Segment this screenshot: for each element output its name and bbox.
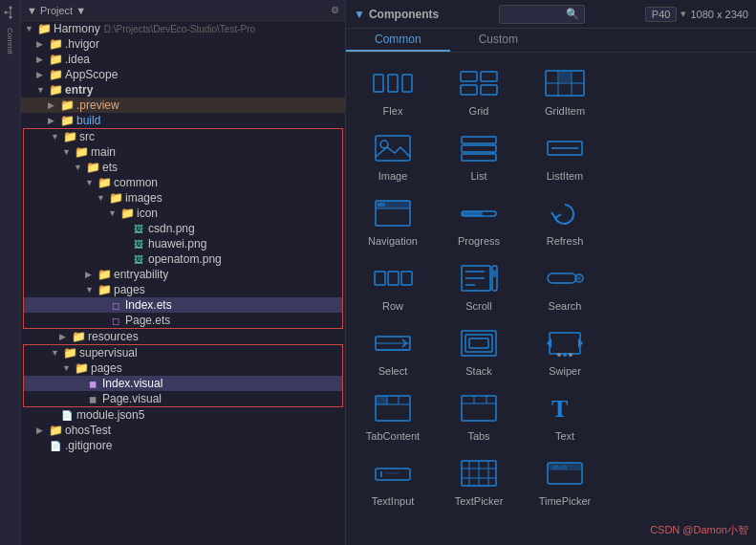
comp-item-tabcontent[interactable]: TabContent [350, 383, 436, 448]
svg-point-49 [557, 353, 561, 357]
tree-item-indexets[interactable]: ▶ ◻ Index.ets [24, 297, 342, 313]
comp-item-progress[interactable]: Progress [436, 188, 522, 253]
row-icon [372, 260, 414, 296]
scroll-icon [458, 260, 500, 296]
tree-label-preview: .preview [75, 98, 119, 112]
tree-item-harmony[interactable]: ▼ 📁 Harmony D:\Projects\DevEco-Studio\Te… [21, 21, 345, 36]
arrow-ets: ▼ [74, 163, 85, 172]
svg-rect-35 [493, 270, 496, 277]
comp-item-select[interactable]: Select [350, 318, 436, 383]
comp-item-timepicker[interactable]: 00:00 TimePicker [522, 448, 608, 513]
svg-text:00:00: 00:00 [552, 465, 568, 470]
svg-rect-39 [548, 273, 576, 283]
components-panel: ▼ Components 🔍 P40 ▾ 1080 x 2340 Common … [346, 0, 756, 545]
comp-item-textpicker[interactable]: TextPicker [436, 448, 522, 513]
tree-item-appscope[interactable]: ▶ 📁 AppScope [21, 67, 345, 82]
comp-item-image[interactable]: Image [350, 123, 436, 188]
tree-item-svpages[interactable]: ▼ 📁 pages [24, 360, 342, 376]
tree-item-openatom[interactable]: ▶ 🖼 openatom.png [24, 251, 342, 267]
tree-item-main[interactable]: ▼ 📁 main [24, 144, 342, 160]
tree-label-svpages: pages [89, 361, 122, 375]
svg-rect-48 [550, 333, 580, 354]
tabs-icon [458, 390, 500, 426]
tree-item-src[interactable]: ▼ 📁 src [24, 129, 342, 144]
tree-item-gitignore[interactable]: ▶ 📄 .gitignore [21, 438, 345, 453]
tree-item-hvigor[interactable]: ▶ 📁 .hvigor [21, 36, 345, 52]
tab-custom[interactable]: Custom [450, 29, 547, 52]
svg-rect-20 [462, 145, 496, 152]
tree-item-icon-folder[interactable]: ▼ 📁 icon [24, 206, 342, 221]
tree-item-pages[interactable]: ▼ 📁 pages [24, 282, 342, 297]
arrow-resources: ▶ [59, 332, 71, 341]
tree-item-modulejson5[interactable]: ▶ 📄 module.json5 [21, 407, 345, 423]
text-label: Text [555, 430, 574, 442]
comp-item-search[interactable]: Search [522, 253, 608, 318]
comp-item-text[interactable]: T Text [522, 383, 608, 448]
device-dropdown-label[interactable]: P40 [645, 7, 678, 22]
svg-rect-31 [388, 272, 399, 285]
tree-label-pageets: Page.ets [123, 314, 170, 327]
tree-item-entry[interactable]: ▼ 📁 entry [21, 82, 345, 98]
tree-item-idea[interactable]: ▶ 📁 .idea [21, 52, 345, 67]
comp-item-grid[interactable]: Grid [436, 58, 522, 123]
tree-item-huawei[interactable]: ▶ 🖼 huawei.png [24, 236, 342, 251]
tree-item-csdn[interactable]: ▶ 🖼 csdn.png [24, 221, 342, 236]
scroll-label: Scroll [465, 300, 492, 312]
comp-item-navigation[interactable]: Navigation [350, 188, 436, 253]
folder-resources-icon: 📁 [71, 330, 86, 343]
svg-rect-56 [376, 396, 387, 404]
folder-idea-icon: 📁 [48, 53, 63, 66]
comp-item-stack[interactable]: Stack [436, 318, 522, 383]
device-dropdown-arrow: ▾ [680, 8, 686, 20]
comp-item-griditem[interactable]: GridItem [522, 58, 608, 123]
comp-item-swiper[interactable]: Swiper [522, 318, 608, 383]
tree-item-indexvisual[interactable]: ▶ ◼ Index.visual [24, 376, 342, 391]
image-icon [372, 130, 414, 166]
tree-label-src: src [77, 130, 95, 143]
tree-label-main: main [89, 145, 116, 159]
comp-search-box[interactable]: 🔍 [499, 5, 585, 24]
tree-item-pagevisual[interactable]: ▶ ◼ Page.visual [24, 391, 342, 406]
folder-src-icon: 📁 [62, 130, 77, 143]
tree-item-ohostest[interactable]: ▶ 📁 ohosTest [21, 423, 345, 438]
comp-item-scroll[interactable]: Scroll [436, 253, 522, 318]
red-box-ets: ▼ 📁 src ▼ 📁 main ▼ 📁 ets ▼ 📁 common [23, 128, 343, 329]
flex-label: Flex [383, 105, 403, 117]
comp-item-row[interactable]: Row [350, 253, 436, 318]
tree-item-entryability[interactable]: ▶ 📁 entryability [24, 267, 342, 282]
folder-hvigor-icon: 📁 [48, 37, 63, 51]
arrow-supervisual: ▼ [51, 348, 62, 358]
comp-item-flex[interactable]: Flex [350, 58, 436, 123]
tree-item-build[interactable]: ▶ 📁 build [21, 113, 345, 128]
tree-label-pagevisual: Page.visual [100, 392, 162, 405]
grid-label: Grid [469, 105, 489, 117]
tab-common[interactable]: Common [346, 29, 450, 52]
svg-rect-7 [402, 75, 412, 92]
swiper-label: Swiper [549, 365, 581, 377]
tree-label-openatom: openatom.png [146, 252, 222, 266]
svg-rect-10 [461, 85, 477, 95]
visual-pagevisual-icon: ◼ [85, 392, 100, 405]
svg-point-41 [577, 276, 581, 280]
tree-item-preview[interactable]: ▶ 📁 .preview [21, 98, 345, 113]
svg-rect-32 [401, 272, 412, 285]
comp-item-refresh[interactable]: Refresh [522, 188, 608, 253]
swiper-icon [544, 325, 586, 361]
folder-build-icon: 📁 [59, 114, 75, 127]
commit-icon[interactable]: Commit [2, 33, 19, 50]
git-icon[interactable] [2, 4, 19, 21]
visual-indexvisual-icon: ◼ [85, 377, 100, 390]
comp-tabs: Common Custom [346, 29, 756, 53]
arrow-entryability: ▶ [85, 270, 97, 279]
tree-item-images[interactable]: ▼ 📁 images [24, 190, 342, 206]
comp-item-listitem[interactable]: ListItem [522, 123, 608, 188]
tree-item-ets[interactable]: ▼ 📁 ets [24, 160, 342, 175]
tree-item-supervisual[interactable]: ▼ 📁 supervisual [24, 345, 342, 360]
comp-item-list[interactable]: List [436, 123, 522, 188]
tree-item-resources[interactable]: ▶ 📁 resources [21, 329, 345, 344]
comp-item-textinput[interactable]: TextInput [350, 448, 436, 513]
comp-item-tabs[interactable]: Tabs [436, 383, 522, 448]
tree-item-pageets[interactable]: ▶ ◻ Page.ets [24, 313, 342, 328]
tree-item-common[interactable]: ▼ 📁 common [24, 175, 342, 190]
comp-search-input[interactable] [504, 9, 566, 20]
